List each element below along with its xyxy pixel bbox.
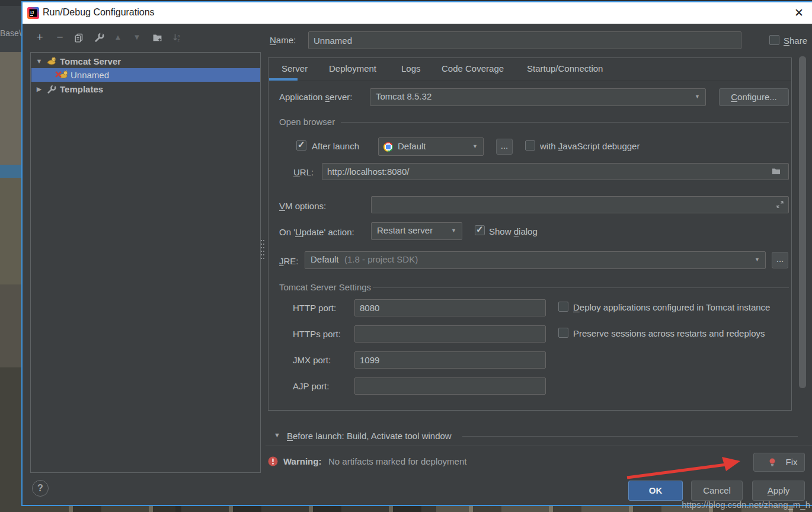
application-server-label: Application server: (279, 92, 352, 102)
remove-configuration-button[interactable]: − (52, 30, 68, 45)
tree-item-tomcat-server[interactable]: ▼ Tomcat Server (31, 55, 260, 68)
run-debug-configurations-dialog: IJ Run/Debug Configurations ✕ + − (21, 1, 812, 506)
tab-startup-connection[interactable]: Startup/Connection (527, 63, 603, 73)
intellij-logo-icon: IJ (27, 7, 39, 19)
wrench-icon (94, 33, 104, 43)
invalid-x-icon (55, 71, 62, 78)
warning-prefix: Warning: (283, 456, 321, 466)
chevron-down-icon: ▼ (472, 143, 478, 149)
svg-text:IJ: IJ (30, 11, 34, 15)
http-port-input[interactable] (354, 299, 546, 316)
browser-value: Default (398, 141, 426, 151)
jre-value: Default (311, 254, 339, 264)
sort-alphabetically-icon: a z (172, 33, 182, 43)
on-update-action-value: Restart server (377, 225, 433, 235)
dialog-titlebar[interactable]: IJ Run/Debug Configurations ✕ (23, 2, 812, 24)
after-launch-checkbox[interactable]: ✓ (296, 140, 306, 151)
expand-field-icon[interactable] (776, 200, 784, 209)
browser-combo[interactable]: Default ▼ (378, 137, 484, 156)
chevron-down-icon: ▼ (451, 228, 456, 233)
preserve-sessions-label: Preserve sessions across restarts and re… (573, 328, 765, 338)
new-folder-button[interactable] (149, 30, 165, 45)
fix-button[interactable]: Fix (753, 453, 805, 472)
warning-icon (268, 456, 278, 466)
ide-background-left: Base\ (0, 0, 21, 512)
background-path-text: Base\ (0, 28, 21, 38)
apply-button[interactable]: Apply (752, 481, 805, 501)
folder-icon[interactable] (771, 167, 781, 176)
js-debugger-label: with JavaScript debugger (540, 141, 640, 151)
tab-separator (268, 81, 791, 81)
vm-options-input[interactable] (371, 196, 789, 213)
tree-item-label: Tomcat Server (60, 55, 121, 68)
help-button[interactable]: ? (32, 480, 49, 497)
jre-label: JRE: (279, 256, 299, 266)
jmx-port-input[interactable] (354, 351, 546, 369)
chevron-down-icon: ▼ (755, 257, 760, 263)
after-launch-label: After launch (312, 141, 359, 151)
tree-item-unnamed-selected[interactable]: Unnamed (31, 68, 260, 82)
share-checkbox[interactable]: ✓ (769, 35, 779, 45)
new-folder-icon (152, 33, 162, 43)
tab-logs[interactable]: Logs (401, 63, 421, 73)
move-up-button[interactable]: ▲ (110, 30, 126, 45)
copy-configuration-button[interactable] (71, 30, 87, 45)
bottom-separator (266, 446, 812, 446)
on-update-action-combo[interactable]: Restart server ▼ (371, 222, 462, 240)
move-down-icon: ▼ (133, 33, 141, 41)
move-down-button[interactable]: ▼ (129, 30, 145, 45)
group-divider (462, 436, 798, 437)
cancel-button[interactable]: Cancel (691, 481, 743, 501)
preserve-sessions-checkbox[interactable]: ✓ (558, 328, 568, 338)
copy-icon (74, 33, 84, 43)
jre-combo[interactable]: Default (1.8 - project SDK) ▼ (305, 251, 766, 269)
wrench-icon (47, 85, 56, 94)
sort-configurations-button[interactable]: a z (170, 30, 185, 45)
active-tab-underline (269, 78, 298, 81)
expand-arrow-icon[interactable]: ▶ (35, 82, 43, 96)
before-launch-label[interactable]: Before launch: Build, Activate tool wind… (287, 431, 452, 441)
application-server-combo[interactable]: Tomcat 8.5.32 ▼ (370, 88, 706, 106)
dialog-title: Run/Debug Configurations (43, 7, 155, 18)
tomcat-settings-group-label: Tomcat Server Settings (279, 282, 371, 292)
ajp-port-label: AJP port: (293, 381, 329, 391)
bulb-icon (768, 457, 776, 468)
group-divider (341, 122, 789, 123)
close-icon[interactable]: ✕ (794, 6, 804, 20)
browse-jre-button[interactable]: ... (772, 252, 788, 268)
tab-deployment[interactable]: Deployment (329, 63, 376, 73)
url-label: URL: (293, 167, 314, 177)
https-port-label: HTTPs port: (293, 329, 341, 339)
ajp-port-input[interactable] (354, 377, 546, 395)
svg-text:a: a (178, 34, 180, 38)
ok-button[interactable]: OK (628, 481, 683, 501)
deploy-applications-checkbox[interactable]: ✓ (558, 302, 568, 312)
add-configuration-button[interactable]: + (32, 30, 47, 45)
js-debugger-checkbox[interactable]: ✓ (525, 140, 535, 151)
group-divider (373, 287, 789, 288)
tree-item-label: Unnamed (71, 68, 109, 82)
configure-button[interactable]: Configure... (719, 88, 789, 106)
https-port-input[interactable] (354, 325, 546, 343)
chrome-browser-icon (383, 142, 393, 152)
splitter-handle[interactable] (260, 239, 265, 261)
show-dialog-checkbox[interactable]: ✓ (475, 225, 485, 235)
name-input[interactable] (308, 31, 741, 49)
jre-value-hint: (1.8 - project SDK) (344, 254, 418, 264)
add-icon: + (36, 31, 43, 43)
collapse-arrow-icon[interactable]: ▼ (274, 431, 280, 439)
url-input[interactable] (322, 163, 789, 180)
tree-item-label: Templates (60, 82, 103, 96)
vertical-scrollbar[interactable] (799, 56, 806, 388)
tab-code-coverage[interactable]: Code Coverage (442, 63, 504, 73)
edit-defaults-button[interactable] (91, 30, 107, 45)
collapse-arrow-icon[interactable]: ▼ (35, 55, 43, 68)
tomcat-icon (47, 56, 56, 66)
tab-server[interactable]: Server (282, 63, 308, 73)
tree-item-templates[interactable]: ▶ Templates (31, 82, 260, 96)
application-server-value: Tomcat 8.5.32 (376, 91, 431, 101)
share-label: Share (784, 36, 807, 46)
browse-browsers-button[interactable]: ... (496, 139, 513, 155)
configurations-tree: ▼ Tomcat Server (30, 52, 261, 473)
name-label: Name: (270, 35, 296, 45)
